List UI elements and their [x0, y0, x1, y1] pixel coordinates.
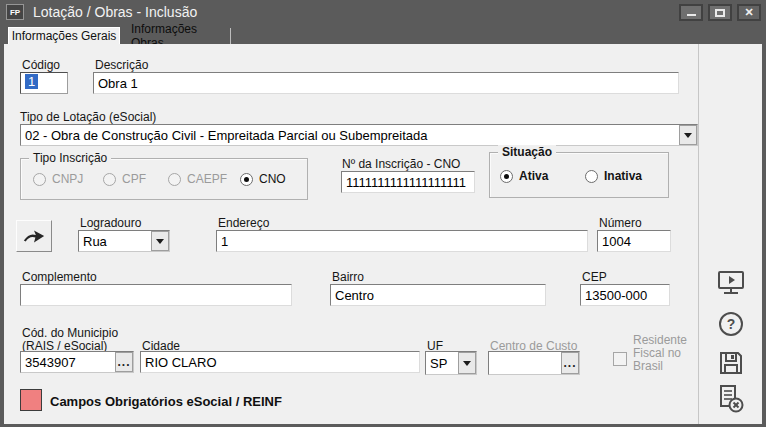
radio-cpf-label: CPF: [122, 172, 146, 186]
num-inscricao-field[interactable]: [341, 171, 475, 193]
radio-cno[interactable]: CNO: [240, 172, 286, 186]
uf-select[interactable]: SP: [425, 351, 477, 375]
codigo-selected-text: 1: [25, 74, 38, 89]
centro-custo-browse-button[interactable]: ...: [561, 352, 579, 374]
cancel-button[interactable]: [715, 384, 747, 414]
required-field-swatch: [20, 389, 42, 411]
cod-municipio-browse-button[interactable]: ...: [115, 352, 133, 372]
tipo-inscricao-groupbox: Tipo Inscrição CNPJ CPF CAEPF CNO: [20, 158, 308, 200]
tipo-inscricao-legend: Tipo Inscrição: [29, 151, 111, 165]
maximize-icon: [715, 9, 725, 17]
tab-informacoes-gerais[interactable]: Informações Gerais: [8, 27, 120, 44]
uf-value: SP: [426, 356, 458, 371]
tipo-lotacao-label: Tipo de Lotação (eSocial): [20, 110, 156, 124]
radio-icon: [168, 173, 181, 186]
swap-arrow-icon: [22, 225, 46, 247]
endereco-field[interactable]: [216, 230, 588, 252]
descricao-field[interactable]: [93, 72, 679, 94]
radio-ativa-label: Ativa: [519, 169, 548, 183]
numero-field[interactable]: [597, 230, 671, 252]
radio-selected-icon: [240, 173, 253, 186]
tipo-lotacao-select[interactable]: 02 - Obra de Construção Civil - Empreita…: [20, 124, 698, 146]
maximize-button[interactable]: [708, 4, 732, 21]
chevron-down-icon: [684, 133, 692, 138]
radio-icon: [103, 173, 116, 186]
form-panel: Código 1 Descrição Tipo de Lotação (eSoc…: [4, 44, 762, 424]
numero-label: Número: [599, 216, 642, 230]
radio-cnpj: CNPJ: [33, 172, 83, 186]
radio-ativa[interactable]: Ativa: [500, 169, 548, 183]
cidade-field[interactable]: [140, 351, 420, 373]
radio-caepf: CAEPF: [168, 172, 227, 186]
chevron-down-icon: [156, 239, 164, 244]
app-logo-icon: FP: [6, 4, 24, 20]
radio-icon: [33, 173, 46, 186]
cod-municipio-field[interactable]: 3543907 ...: [20, 351, 134, 373]
chevron-down-icon: [463, 361, 471, 366]
descricao-label: Descrição: [95, 58, 148, 72]
cod-municipio-label-line1: Cód. do Municipio: [22, 326, 118, 340]
residente-checkbox: [613, 352, 627, 366]
bairro-label: Bairro: [332, 270, 364, 284]
window-title: Lotação / Obras - Inclusão: [33, 4, 197, 20]
tipo-lotacao-dropdown-button[interactable]: [679, 125, 697, 145]
tipo-lotacao-value: 02 - Obra de Construção Civil - Empreita…: [21, 128, 679, 143]
endereco-label: Endereço: [218, 216, 269, 230]
cancel-document-icon: [716, 383, 746, 415]
logradouro-select[interactable]: Rua: [78, 230, 170, 252]
svg-text:?: ?: [727, 316, 736, 332]
bairro-field[interactable]: [330, 284, 546, 306]
video-tutorial-icon: [716, 269, 746, 297]
address-transfer-button[interactable]: [16, 220, 52, 252]
radio-cnpj-label: CNPJ: [52, 172, 83, 186]
centro-custo-field: ...: [488, 351, 580, 375]
complemento-field[interactable]: [20, 284, 292, 306]
help-button[interactable]: ?: [715, 309, 747, 339]
save-icon: [717, 349, 745, 377]
minimize-button[interactable]: [679, 4, 703, 21]
close-icon: ✕: [744, 6, 753, 19]
logradouro-label: Logradouro: [80, 216, 141, 230]
save-button[interactable]: [715, 348, 747, 378]
radio-selected-icon: [500, 170, 513, 183]
radio-caepf-label: CAEPF: [187, 172, 227, 186]
close-button[interactable]: ✕: [737, 4, 761, 21]
app-window: FP Lotação / Obras - Inclusão ✕ Informaç…: [0, 0, 766, 427]
cep-field[interactable]: [580, 284, 670, 306]
situacao-legend: Situação: [498, 145, 556, 159]
complemento-label: Complemento: [22, 270, 97, 284]
uf-dropdown-button[interactable]: [458, 352, 476, 374]
radio-inativa-label: Inativa: [604, 169, 642, 183]
video-tutorial-button[interactable]: [715, 268, 747, 298]
radio-icon: [585, 170, 598, 183]
required-field-note: Campos Obrigatórios eSocial / REINF: [50, 394, 282, 409]
situacao-groupbox: Situação Ativa Inativa: [489, 152, 669, 198]
radio-cno-label: CNO: [259, 172, 286, 186]
action-sidebar: ?: [698, 44, 762, 424]
logradouro-dropdown-button[interactable]: [151, 231, 169, 251]
residente-label: Residente Fiscal no Brasil: [633, 334, 691, 373]
help-icon: ?: [717, 310, 745, 338]
radio-inativa[interactable]: Inativa: [585, 169, 642, 183]
radio-cpf: CPF: [103, 172, 146, 186]
title-bar[interactable]: FP Lotação / Obras - Inclusão ✕: [0, 0, 766, 24]
num-inscricao-label: Nº da Inscrição - CNO: [342, 157, 460, 171]
cod-municipio-value: 3543907: [21, 355, 115, 370]
codigo-label: Código: [22, 58, 60, 72]
cep-label: CEP: [582, 270, 607, 284]
minimize-icon: [687, 14, 696, 16]
logradouro-value: Rua: [79, 234, 151, 249]
codigo-field[interactable]: 1: [20, 72, 68, 94]
tab-informacoes-obras[interactable]: Informações Obras: [121, 28, 231, 44]
